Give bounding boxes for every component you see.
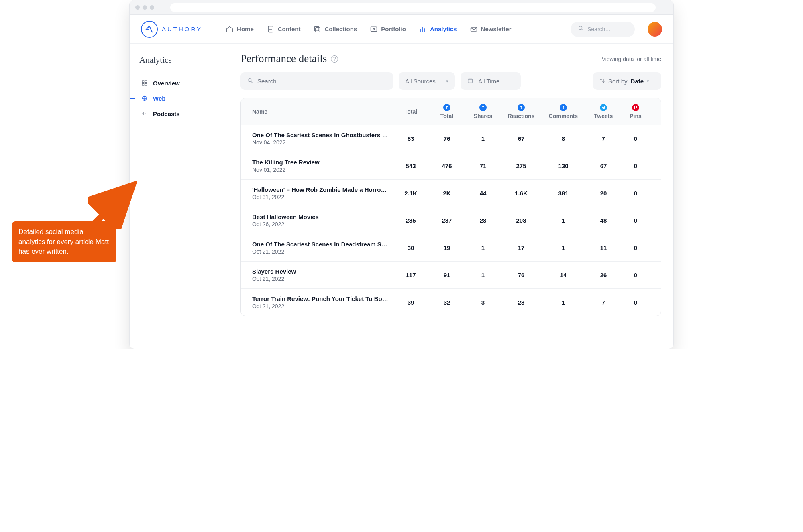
sidebar-item-overview[interactable]: Overview <box>139 75 218 91</box>
cell-tweets: 7 <box>585 135 622 142</box>
table-row[interactable]: One Of The Scariest Scenes In Ghostbuste… <box>241 125 661 152</box>
col-fb-total[interactable]: f Total <box>429 104 465 119</box>
article-title: One Of The Scariest Scenes In Ghostbuste… <box>252 132 389 138</box>
brand-logo[interactable]: AUTHORY <box>141 21 202 38</box>
global-search[interactable]: Search… <box>571 22 635 37</box>
filter-sources[interactable]: All Sources ▾ <box>399 72 455 90</box>
sidebar-item-web[interactable]: Web <box>139 91 218 106</box>
col-reactions-label: Reactions <box>508 113 535 119</box>
svg-point-6 <box>373 28 375 30</box>
table-row[interactable]: The Killing Tree ReviewNov 01, 202254347… <box>241 152 661 179</box>
article-title: Best Halloween Movies <box>252 213 389 220</box>
performance-table: Name Total f Total f Shares f Reactions <box>240 98 661 316</box>
page-head: Performance details ? Viewing data for a… <box>240 53 661 65</box>
cell-reactions: 208 <box>501 217 541 224</box>
cell-pins: 0 <box>622 162 650 169</box>
table-row[interactable]: Terror Train Review: Punch Your Ticket T… <box>241 288 661 316</box>
cell-shares: 71 <box>465 162 501 169</box>
nav-collections-label: Collections <box>324 26 357 32</box>
viewing-hint: Viewing data for all time <box>602 56 661 62</box>
cell-total: 117 <box>393 272 429 278</box>
cell-shares: 28 <box>465 217 501 224</box>
traffic-light-close[interactable] <box>135 5 140 10</box>
cell-fb-total: 19 <box>429 244 465 251</box>
nav-newsletter-label: Newsletter <box>481 26 512 32</box>
portfolio-icon <box>370 25 378 33</box>
page-title: Performance details ? <box>240 53 338 65</box>
page-title-text: Performance details <box>240 53 327 65</box>
cell-total: 543 <box>393 162 429 169</box>
twitter-icon <box>600 104 607 111</box>
globe-icon <box>141 95 148 102</box>
cell-fb-total: 476 <box>429 162 465 169</box>
cell-total: 39 <box>393 299 429 306</box>
cell-total: 83 <box>393 135 429 142</box>
nav-analytics[interactable]: Analytics <box>419 25 457 33</box>
table-header: Name Total f Total f Shares f Reactions <box>241 98 661 125</box>
annotation-callout: Detailed social media analytics for ever… <box>12 221 116 262</box>
filter-sort-label: Sort by <box>608 78 628 85</box>
facebook-icon: f <box>518 104 525 111</box>
nav-portfolio[interactable]: Portfolio <box>370 25 406 33</box>
cell-reactions: 275 <box>501 162 541 169</box>
cell-reactions: 1.6K <box>501 190 541 197</box>
nav-newsletter[interactable]: Newsletter <box>470 25 512 33</box>
nav-home[interactable]: Home <box>226 25 254 33</box>
filter-sort[interactable]: Sort by Date ▾ <box>593 72 661 90</box>
svg-rect-16 <box>145 83 147 85</box>
nav-content[interactable]: Content <box>267 25 301 33</box>
article-title: Terror Train Review: Punch Your Ticket T… <box>252 295 389 302</box>
col-reactions[interactable]: f Reactions <box>501 104 541 119</box>
nav-collections[interactable]: Collections <box>313 25 357 33</box>
traffic-light-zoom[interactable] <box>150 5 154 10</box>
global-search-placeholder: Search… <box>587 26 611 32</box>
traffic-light-minimize[interactable] <box>143 5 147 10</box>
table-row[interactable]: 'Halloween' – How Rob Zombie Made a Horr… <box>241 179 661 207</box>
help-icon[interactable]: ? <box>331 55 338 63</box>
sidebar-item-label: Web <box>153 95 165 102</box>
cell-comments: 8 <box>541 135 585 142</box>
filter-time-label: All Time <box>478 78 499 85</box>
nav-items: Home Content Collections Portfolio <box>226 25 511 33</box>
col-pins[interactable]: P Pins <box>622 104 650 119</box>
home-icon <box>226 25 234 33</box>
col-shares[interactable]: f Shares <box>465 104 501 119</box>
podcast-icon <box>141 110 148 117</box>
cell-reactions: 76 <box>501 272 541 278</box>
pinterest-icon: P <box>632 104 639 111</box>
article-date: Nov 04, 2022 <box>252 139 393 146</box>
col-tweets[interactable]: Tweets <box>585 104 622 119</box>
nav-content-label: Content <box>278 26 301 32</box>
cell-name: One Of The Scariest Scenes In Ghostbuste… <box>252 132 393 146</box>
url-bar[interactable] <box>170 3 656 12</box>
sidebar-title: Analytics <box>139 55 218 65</box>
avatar[interactable] <box>648 22 662 37</box>
col-name[interactable]: Name <box>252 108 393 115</box>
analytics-icon <box>419 25 427 33</box>
search-icon <box>247 77 253 85</box>
svg-rect-4 <box>315 26 319 31</box>
svg-rect-14 <box>145 81 147 83</box>
content: Performance details ? Viewing data for a… <box>228 44 673 349</box>
table-row[interactable]: One Of The Scariest Scenes In Deadstream… <box>241 234 661 261</box>
filter-time[interactable]: All Time <box>461 72 521 90</box>
cell-pins: 0 <box>622 244 650 251</box>
chevron-down-icon: ▾ <box>647 79 649 84</box>
col-total[interactable]: Total <box>393 108 429 115</box>
sidebar-item-label: Podcasts <box>153 110 180 117</box>
svg-rect-15 <box>142 83 144 85</box>
table-row[interactable]: Best Halloween MoviesOct 26, 20222852372… <box>241 207 661 234</box>
table-search[interactable]: Search… <box>240 72 393 90</box>
sidebar-item-podcasts[interactable]: Podcasts <box>139 106 218 121</box>
cell-name: Slayers ReviewOct 21, 2022 <box>252 268 393 282</box>
sidebar-item-label: Overview <box>153 80 180 87</box>
cell-reactions: 17 <box>501 244 541 251</box>
col-comments[interactable]: f Comments <box>541 104 585 119</box>
article-title: The Killing Tree Review <box>252 159 389 166</box>
filter-sources-label: All Sources <box>405 78 436 85</box>
nav-analytics-label: Analytics <box>430 26 457 32</box>
sidebar: Analytics Overview Web Podcasts <box>130 44 228 349</box>
cell-tweets: 7 <box>585 299 622 306</box>
cell-name: One Of The Scariest Scenes In Deadstream… <box>252 241 393 255</box>
table-row[interactable]: Slayers ReviewOct 21, 20221179117614260 <box>241 261 661 288</box>
